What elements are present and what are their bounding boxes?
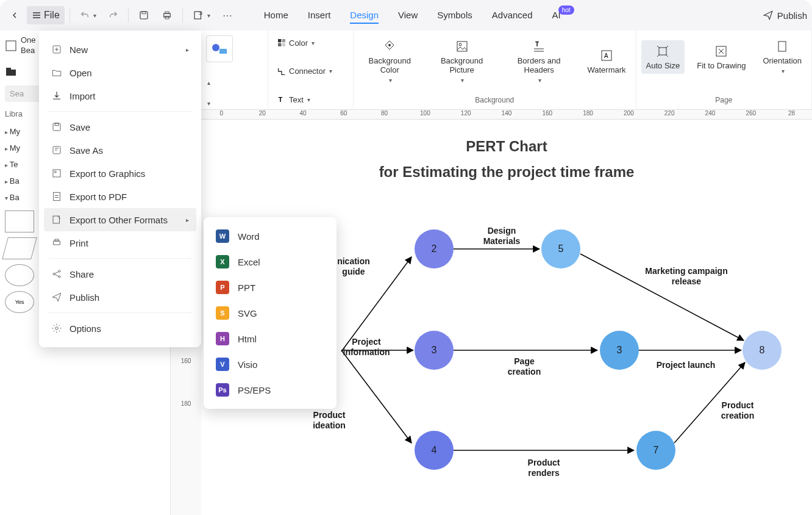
top-toolbar: File ▾ ▾ ⋯ Home Insert Design View Symbo… bbox=[0, 0, 812, 31]
tab-design[interactable]: Design bbox=[350, 7, 379, 24]
tab-symbols[interactable]: Symbols bbox=[437, 7, 472, 24]
save-button[interactable] bbox=[134, 6, 154, 24]
autosize-button[interactable]: Auto Size bbox=[641, 40, 685, 74]
main-tabs: Home Insert Design View Symbols Advanced… bbox=[264, 7, 577, 24]
color-dropdown[interactable]: Color▾ bbox=[273, 35, 348, 50]
label-prodrender: Product renders bbox=[519, 458, 568, 478]
connector-dropdown[interactable]: Connector▾ bbox=[273, 64, 348, 79]
watermark-button[interactable]: AWatermark bbox=[582, 45, 630, 78]
tab-ai[interactable]: AIhot bbox=[552, 7, 577, 24]
submenu-svg[interactable]: SSVG bbox=[208, 300, 332, 326]
shape-yes[interactable]: Yes bbox=[5, 291, 34, 313]
undo-button[interactable]: ▾ bbox=[75, 7, 101, 24]
menu-print[interactable]: Print bbox=[44, 231, 196, 254]
pert-node-3b[interactable]: 3 bbox=[600, 331, 639, 370]
borders-headers-button[interactable]: TBorders and Headers▾ bbox=[503, 35, 575, 87]
svg-point-13 bbox=[388, 44, 391, 46]
shape-ellipse[interactable] bbox=[5, 264, 34, 286]
svg-rect-23 bbox=[6, 70, 16, 76]
menu-new[interactable]: New▸ bbox=[44, 38, 196, 61]
svg-text:A: A bbox=[604, 52, 608, 59]
label-pagecreate: Page creation bbox=[500, 356, 549, 377]
label-prodidea: Product ideation bbox=[305, 410, 354, 431]
export-button[interactable]: ▾ bbox=[188, 6, 215, 24]
menu-options[interactable]: Options bbox=[44, 317, 196, 340]
submenu-excel[interactable]: XExcel bbox=[208, 249, 332, 275]
tab-home[interactable]: Home bbox=[264, 7, 288, 24]
svg-rect-40 bbox=[54, 192, 60, 201]
print-button[interactable] bbox=[157, 6, 177, 24]
label-comm: nication guide bbox=[329, 256, 378, 277]
menu-export-other[interactable]: Export to Other Formats▸ bbox=[44, 208, 196, 231]
tab-insert[interactable]: Insert bbox=[308, 7, 331, 24]
more-button[interactable]: ⋯ bbox=[218, 6, 237, 25]
svg-rect-0 bbox=[140, 12, 148, 19]
submenu-pseps[interactable]: PsPS/EPS bbox=[208, 377, 332, 403]
shape-rect[interactable] bbox=[5, 211, 34, 232]
svg-point-44 bbox=[53, 273, 55, 275]
svg-rect-43 bbox=[55, 239, 59, 241]
label-design: Design Materials bbox=[474, 226, 529, 247]
file-menu-button[interactable]: File bbox=[27, 6, 65, 24]
chart-subtitle: for Estimating the project time frame bbox=[201, 164, 812, 181]
submenu-word[interactable]: WWord bbox=[208, 223, 332, 249]
svg-rect-9 bbox=[282, 39, 285, 42]
doc-name-line2: Bea bbox=[21, 46, 36, 56]
svg-rect-14 bbox=[457, 41, 467, 51]
submenu-visio[interactable]: VVisio bbox=[208, 351, 332, 377]
bg-color-button[interactable]: Background Color▾ bbox=[358, 35, 421, 87]
menu-share[interactable]: Share bbox=[44, 262, 196, 286]
fit-drawing-button[interactable]: Fit to Drawing bbox=[692, 40, 750, 74]
svg-point-45 bbox=[59, 270, 60, 272]
menu-import[interactable]: Import bbox=[44, 84, 196, 107]
menu-open[interactable]: Open bbox=[44, 61, 196, 84]
svg-rect-19 bbox=[659, 48, 666, 55]
label-prodcreate: Product creation bbox=[713, 400, 762, 421]
menu-export-graphics[interactable]: Export to Graphics bbox=[44, 162, 196, 185]
svg-rect-38 bbox=[53, 170, 60, 177]
theme-preview[interactable] bbox=[206, 35, 233, 62]
menu-saveas[interactable]: Save As bbox=[44, 139, 196, 162]
svg-point-47 bbox=[55, 327, 59, 330]
label-projlaunch: Project launch bbox=[652, 360, 719, 370]
orientation-button[interactable]: Orientation▾ bbox=[758, 35, 807, 78]
pert-node-5[interactable]: 5 bbox=[541, 229, 580, 268]
back-button[interactable] bbox=[5, 7, 24, 24]
svg-point-15 bbox=[459, 43, 461, 46]
svg-rect-24 bbox=[6, 68, 11, 70]
label-marketing: Marketing campaign release bbox=[638, 266, 735, 287]
svg-text:T: T bbox=[535, 41, 539, 48]
pert-node-3a[interactable]: 3 bbox=[415, 331, 454, 370]
submenu-ppt[interactable]: PPPT bbox=[208, 275, 332, 300]
tab-advanced[interactable]: Advanced bbox=[492, 7, 533, 24]
svg-rect-4 bbox=[165, 16, 169, 20]
pert-node-2[interactable]: 2 bbox=[415, 229, 454, 268]
submenu-html[interactable]: HHtml bbox=[208, 326, 332, 351]
menu-publish[interactable]: Publish bbox=[44, 286, 196, 309]
menu-save[interactable]: Save bbox=[44, 115, 196, 139]
file-label: File bbox=[44, 10, 60, 21]
tab-view[interactable]: View bbox=[398, 7, 418, 24]
pert-node-8[interactable]: 8 bbox=[743, 331, 782, 370]
document-icon bbox=[5, 40, 17, 52]
menu-export-pdf[interactable]: Export to PDF bbox=[44, 185, 196, 208]
text-dropdown[interactable]: TText▾ bbox=[273, 92, 348, 107]
pert-node-4[interactable]: 4 bbox=[415, 431, 454, 470]
redo-button[interactable] bbox=[104, 7, 123, 24]
horizontal-ruler: 02040608010012014016018020022024026028 bbox=[201, 110, 812, 120]
shape-parallelogram[interactable] bbox=[2, 237, 37, 259]
svg-rect-21 bbox=[778, 41, 786, 51]
label-projinfo: Project information bbox=[339, 337, 394, 358]
group-page-label: Page bbox=[641, 93, 807, 107]
pert-node-7[interactable]: 7 bbox=[636, 431, 675, 470]
svg-point-46 bbox=[59, 276, 60, 278]
publish-button[interactable]: Publish bbox=[763, 10, 807, 21]
chart-title: PERT Chart bbox=[201, 138, 812, 155]
bg-picture-button[interactable]: Background Picture▾ bbox=[428, 35, 495, 87]
file-menu: New▸ Open Import Save Save As Export to … bbox=[39, 31, 201, 347]
folder-icon[interactable] bbox=[5, 66, 17, 78]
svg-rect-10 bbox=[278, 43, 281, 46]
svg-rect-42 bbox=[54, 241, 60, 245]
svg-rect-11 bbox=[282, 43, 285, 46]
doc-name-line1: One bbox=[21, 35, 36, 46]
